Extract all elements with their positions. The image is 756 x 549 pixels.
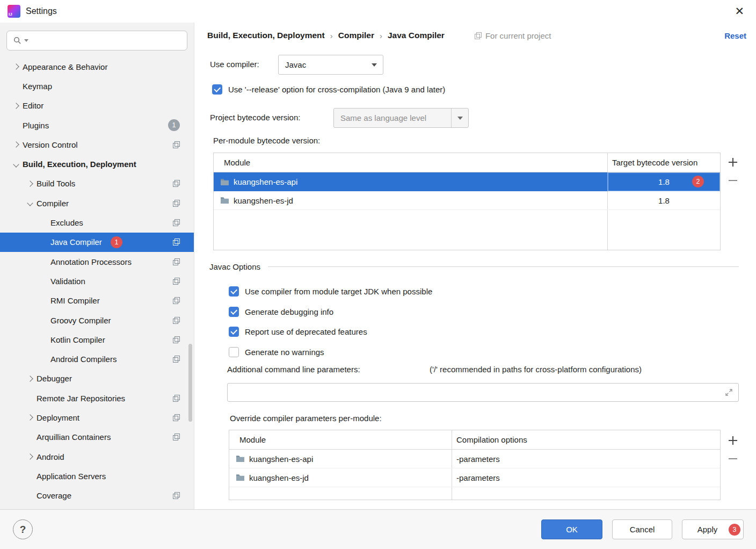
sidebar-item-label: Validation: [50, 277, 85, 286]
help-button[interactable]: ?: [13, 519, 33, 539]
checkbox-checked-icon[interactable]: [229, 286, 239, 297]
sidebar-item-build-tools[interactable]: Build Tools: [0, 174, 194, 193]
table-empty-area: [214, 210, 720, 250]
remove-override-button[interactable]: [729, 458, 737, 459]
chevron-right-icon[interactable]: [25, 178, 37, 190]
option-generate-no-warnings[interactable]: Generate no warnings: [229, 342, 432, 363]
module-name: kuangshen-es-jd: [234, 196, 293, 205]
expand-field-icon[interactable]: [725, 388, 733, 396]
sidebar-item-kotlin-compiler[interactable]: Kotlin Compiler: [0, 330, 194, 349]
compiler-dropdown[interactable]: Javac: [278, 55, 383, 75]
release-option-row[interactable]: Use '--release' option for cross-compila…: [212, 84, 445, 95]
compilation-options-cell[interactable]: -parameters: [452, 450, 720, 468]
table-row-kuangshen-es-jd[interactable]: kuangshen-es-jd-parameters: [229, 468, 720, 487]
per-module-bytecode-table: ModuleTarget bytecode versionkuangshen-e…: [213, 153, 721, 250]
shared-settings-icon: [173, 356, 180, 363]
sidebar-item-debugger[interactable]: Debugger: [0, 369, 194, 388]
sidebar-item-deployment[interactable]: Deployment: [0, 408, 194, 427]
checkbox-unchecked-icon[interactable]: [229, 347, 239, 357]
search-input[interactable]: [31, 36, 180, 45]
sidebar-item-annotation-processors[interactable]: Annotation Processors: [0, 252, 194, 271]
table-row-kuangshen-es-api[interactable]: kuangshen-es-api-parameters: [229, 450, 720, 468]
cmdline-params-field[interactable]: [227, 383, 739, 402]
compiler-dropdown-value: Javac: [279, 60, 366, 69]
chevron-right-icon[interactable]: [25, 451, 37, 463]
cancel-button[interactable]: Cancel: [612, 519, 672, 539]
sidebar-item-keymap[interactable]: Keymap: [0, 76, 194, 96]
sidebar-item-plugins[interactable]: Plugins1: [0, 115, 194, 135]
compilation-options-cell[interactable]: -parameters: [452, 468, 720, 487]
sidebar-item-excludes[interactable]: Excludes: [0, 213, 194, 232]
breadcrumb-compiler[interactable]: Compiler: [338, 31, 374, 40]
chevron-right-icon[interactable]: [11, 100, 23, 112]
breadcrumb: Build, Execution, Deployment›Compiler›Ja…: [207, 27, 746, 44]
option-generate-debugging-info[interactable]: Generate debugging info: [229, 302, 432, 322]
sidebar-item-android[interactable]: Android: [0, 447, 194, 466]
chevron-spacer: [11, 119, 23, 131]
bytecode-version-dropdown[interactable]: Same as language level: [333, 108, 469, 128]
settings-sidebar: Appearance & BehaviorKeymapEditorPlugins…: [0, 23, 194, 509]
sidebar-scrollbar[interactable]: [188, 344, 192, 422]
intellij-logo-icon: IJ: [8, 5, 20, 18]
option-report-use-of-deprecated-features[interactable]: Report use of deprecated features: [229, 322, 432, 342]
chevron-right-icon[interactable]: [11, 61, 23, 73]
chevron-spacer: [25, 392, 37, 404]
checkbox-checked-icon[interactable]: [229, 327, 239, 337]
target-bytecode-cell[interactable]: 1.8: [607, 191, 720, 210]
sidebar-item-arquillian-containers[interactable]: Arquillian Containers: [0, 428, 194, 447]
sidebar-item-coverage[interactable]: Coverage: [0, 486, 194, 505]
chevron-spacer: [25, 470, 37, 482]
shared-settings-icon: [173, 434, 180, 440]
option-use-compiler-from-module-target-jdk-when-possible[interactable]: Use compiler from module target JDK when…: [229, 281, 432, 302]
chevron-right-icon[interactable]: [11, 139, 23, 150]
settings-tree: Appearance & BehaviorKeymapEditorPlugins…: [0, 57, 194, 505]
search-icon: [13, 37, 21, 45]
sidebar-item-remote-jar-repositories[interactable]: Remote Jar Repositories: [0, 388, 194, 408]
ok-button[interactable]: OK: [541, 519, 602, 539]
chevron-down-icon[interactable]: [25, 197, 37, 209]
checkbox-checked-icon[interactable]: [212, 84, 222, 95]
chevron-right-icon[interactable]: [25, 373, 37, 385]
sidebar-item-validation[interactable]: Validation: [0, 271, 194, 291]
breadcrumb-build-execution-deployment[interactable]: Build, Execution, Deployment: [207, 31, 325, 40]
target-bytecode-cell[interactable]: 1.82: [607, 172, 720, 191]
table-row-kuangshen-es-jd[interactable]: kuangshen-es-jd1.8: [214, 191, 720, 210]
chevron-down-icon[interactable]: [451, 109, 468, 127]
settings-search[interactable]: [6, 31, 187, 50]
chevron-spacer: [39, 256, 50, 268]
chevron-spacer: [39, 314, 50, 326]
sidebar-item-compiler[interactable]: Compiler: [0, 193, 194, 213]
breadcrumb-separator: ›: [330, 31, 333, 40]
close-icon[interactable]: ✕: [735, 4, 744, 18]
sidebar-item-appearance-behavior[interactable]: Appearance & Behavior: [0, 57, 194, 76]
bytecode-version-value: Same as language level: [334, 113, 451, 122]
add-module-button[interactable]: [728, 157, 738, 168]
chevron-right-icon[interactable]: [25, 411, 37, 423]
search-filter-caret-icon[interactable]: [24, 39, 28, 42]
per-module-label: Per-module bytecode version:: [213, 136, 320, 145]
sidebar-item-build-execution-deployment[interactable]: Build, Execution, Deployment: [0, 154, 194, 174]
cmdline-params-input[interactable]: [233, 388, 725, 397]
sidebar-item-label: Android: [37, 452, 64, 461]
sidebar-item-label: Version Control: [23, 140, 78, 149]
sidebar-item-editor[interactable]: Editor: [0, 96, 194, 115]
sidebar-item-java-compiler[interactable]: Java Compiler1: [0, 233, 194, 252]
sidebar-item-label: Java Compiler: [50, 237, 102, 247]
sidebar-item-version-control[interactable]: Version Control: [0, 135, 194, 154]
sidebar-item-groovy-compiler[interactable]: Groovy Compiler: [0, 310, 194, 330]
apply-button[interactable]: Apply 3: [682, 519, 744, 539]
sidebar-item-application-servers[interactable]: Application Servers: [0, 466, 194, 486]
sidebar-item-rmi-compiler[interactable]: RMI Compiler: [0, 291, 194, 310]
empty-cell: [229, 487, 452, 500]
sidebar-item-label: Build Tools: [37, 179, 75, 188]
table-row-kuangshen-es-api[interactable]: kuangshen-es-api1.82: [214, 172, 720, 191]
checkbox-checked-icon[interactable]: [229, 307, 239, 317]
reset-link[interactable]: Reset: [724, 31, 746, 40]
remove-module-button[interactable]: [729, 180, 737, 181]
sidebar-item-android-compilers[interactable]: Android Compilers: [0, 349, 194, 369]
chevron-down-icon[interactable]: [11, 158, 23, 170]
breadcrumb-java-compiler[interactable]: Java Compiler: [388, 31, 445, 40]
add-override-button[interactable]: [728, 435, 738, 446]
chevron-down-icon[interactable]: [366, 55, 383, 74]
module-table-toolbar: [724, 157, 742, 181]
